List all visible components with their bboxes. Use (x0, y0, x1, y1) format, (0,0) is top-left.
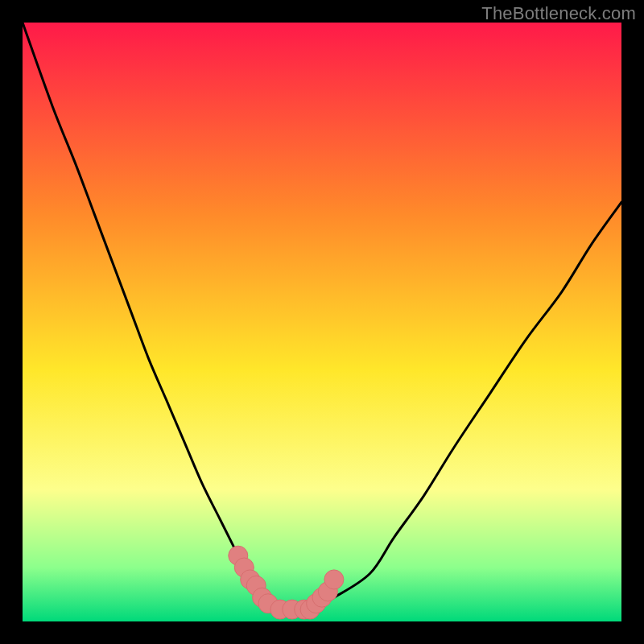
chart-frame: TheBottleneck.com (0, 0, 644, 644)
watermark-text: TheBottleneck.com (481, 3, 636, 24)
chart-svg (23, 23, 621, 621)
plot-area (23, 23, 621, 621)
marker-dot (324, 570, 344, 589)
gradient-background (23, 23, 621, 621)
